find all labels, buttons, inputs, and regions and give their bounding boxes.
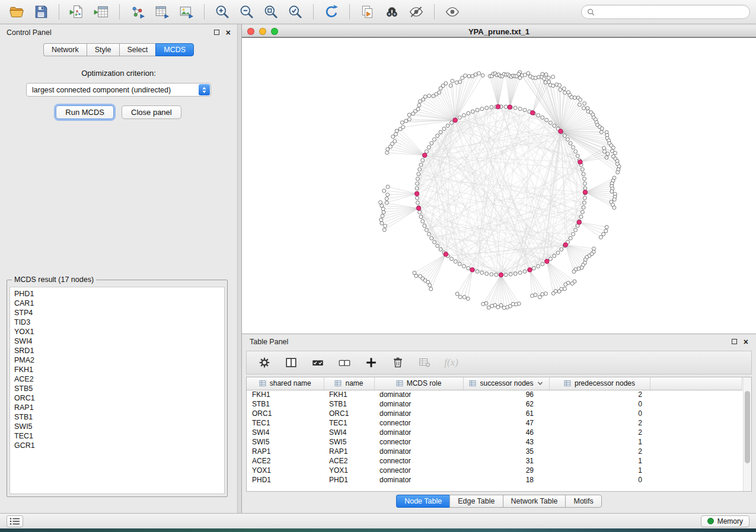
tab-style[interactable]: Style xyxy=(87,43,119,56)
table-row[interactable]: PHD1PHD1dominator180 xyxy=(247,475,742,485)
cell-shared-name[interactable]: ORC1 xyxy=(247,409,324,418)
cell-mcds-role[interactable]: dominator xyxy=(374,475,463,485)
cell-shared-name[interactable]: FKH1 xyxy=(247,390,324,399)
column-header-predecessor-nodes[interactable]: predecessor nodes xyxy=(549,377,650,390)
cell-mcds-role[interactable]: dominator xyxy=(374,409,463,418)
show-panel-icon[interactable] xyxy=(442,2,463,21)
cell-mcds-role[interactable]: connector xyxy=(374,456,463,466)
cell-name[interactable]: ACE2 xyxy=(324,456,374,466)
cell-successor-nodes[interactable]: 18 xyxy=(463,475,549,485)
memory-button[interactable]: Memory xyxy=(701,515,749,527)
cell-shared-name[interactable]: PHD1 xyxy=(247,475,324,485)
search-network-icon[interactable] xyxy=(381,2,403,21)
table-scrollbar[interactable] xyxy=(743,377,751,491)
refresh-layout-icon[interactable] xyxy=(321,2,342,21)
table-row[interactable]: STB1STB1dominator620 xyxy=(247,399,742,409)
import-table-file-icon[interactable] xyxy=(91,2,112,21)
column-header-shared-name[interactable]: shared name xyxy=(247,377,324,390)
mcds-result-item[interactable]: TEC1 xyxy=(14,431,220,441)
export-network-icon[interactable] xyxy=(127,2,148,21)
cell-successor-nodes[interactable]: 31 xyxy=(463,456,549,466)
mcds-result-item[interactable]: STP4 xyxy=(14,308,220,318)
mcds-result-item[interactable]: SWI4 xyxy=(14,336,220,346)
column-header-MCDS-role[interactable]: MCDS role xyxy=(374,377,463,390)
search-input[interactable] xyxy=(598,8,744,16)
clone-network-icon[interactable] xyxy=(357,2,378,21)
mcds-result-item[interactable]: GCR1 xyxy=(14,441,220,450)
table-row[interactable]: ACE2ACE2connector311 xyxy=(247,456,742,466)
cell-predecessor-nodes[interactable]: 1 xyxy=(549,466,650,475)
deselect-all-icon[interactable] xyxy=(336,354,353,371)
cell-mcds-role[interactable]: dominator xyxy=(374,399,463,409)
cell-mcds-role[interactable]: connector xyxy=(374,466,463,475)
cell-predecessor-nodes[interactable]: 0 xyxy=(549,475,650,485)
network-window-titlebar[interactable]: YPA_prune.txt_1 xyxy=(242,26,756,37)
cell-predecessor-nodes[interactable]: 2 xyxy=(549,447,650,456)
mcds-result-item[interactable]: STB5 xyxy=(14,384,220,393)
panel-splitter[interactable] xyxy=(237,24,242,513)
network-graph[interactable] xyxy=(242,38,756,334)
cell-successor-nodes[interactable]: 46 xyxy=(463,428,549,437)
select-all-icon[interactable] xyxy=(310,354,326,371)
search-box[interactable] xyxy=(581,5,750,19)
mcds-result-item[interactable]: TID3 xyxy=(14,318,220,327)
cell-successor-nodes[interactable]: 61 xyxy=(463,409,549,418)
mcds-result-item[interactable]: ORC1 xyxy=(14,393,220,403)
cell-shared-name[interactable]: STB1 xyxy=(247,399,324,409)
cell-successor-nodes[interactable]: 96 xyxy=(463,390,549,399)
tab-network[interactable]: Network xyxy=(43,43,87,56)
close-panel-icon[interactable]: × xyxy=(226,30,231,36)
cell-name[interactable]: STB1 xyxy=(324,399,374,409)
mcds-result-item[interactable]: SWI5 xyxy=(14,422,220,431)
column-header-name[interactable]: name xyxy=(324,377,374,390)
mcds-result-item[interactable]: YOX1 xyxy=(14,327,220,336)
tab-network-table[interactable]: Network Table xyxy=(503,495,566,508)
add-column-icon[interactable] xyxy=(363,354,379,371)
tab-node-table[interactable]: Node Table xyxy=(396,495,449,508)
cell-name[interactable]: TEC1 xyxy=(324,418,374,428)
export-table-icon[interactable] xyxy=(151,2,173,21)
float-panel-icon[interactable] xyxy=(214,30,219,35)
cell-name[interactable]: YOX1 xyxy=(324,466,374,475)
cell-shared-name[interactable]: SWI5 xyxy=(247,437,324,447)
delete-column-icon[interactable] xyxy=(390,354,406,371)
cell-successor-nodes[interactable]: 35 xyxy=(463,447,549,456)
table-row[interactable]: YOX1YOX1connector291 xyxy=(247,466,742,475)
cell-shared-name[interactable]: SWI4 xyxy=(247,428,324,437)
run-mcds-button[interactable]: Run MCDS xyxy=(56,105,114,119)
cell-successor-nodes[interactable]: 47 xyxy=(463,418,549,428)
table-scrollbar-thumb[interactable] xyxy=(745,391,750,463)
task-history-button[interactable] xyxy=(7,515,23,527)
tab-motifs[interactable]: Motifs xyxy=(565,495,601,508)
cell-mcds-role[interactable]: dominator xyxy=(374,390,463,399)
show-columns-icon[interactable] xyxy=(283,354,299,371)
cell-predecessor-nodes[interactable]: 1 xyxy=(549,437,650,447)
cell-mcds-role[interactable]: dominator xyxy=(374,447,463,456)
cell-predecessor-nodes[interactable]: 2 xyxy=(549,390,650,399)
table-mode-icon[interactable] xyxy=(256,354,273,371)
tab-mcds[interactable]: MCDS xyxy=(155,43,194,56)
save-session-icon[interactable] xyxy=(30,2,52,21)
zoom-fit-icon[interactable] xyxy=(260,2,282,21)
float-table-panel-icon[interactable] xyxy=(732,339,737,344)
mcds-result-item[interactable]: PHD1 xyxy=(14,289,220,299)
cell-mcds-role[interactable]: dominator xyxy=(374,428,463,437)
cell-shared-name[interactable]: ACE2 xyxy=(247,456,324,466)
zoom-out-icon[interactable] xyxy=(236,2,257,21)
column-header-successor-nodes[interactable]: successor nodes xyxy=(463,377,549,390)
cell-name[interactable]: SWI4 xyxy=(324,428,374,437)
cell-shared-name[interactable]: RAP1 xyxy=(247,447,324,456)
table-row[interactable]: SWI4SWI4dominator462 xyxy=(247,428,742,437)
cell-name[interactable]: SWI5 xyxy=(324,437,374,447)
table-row[interactable]: RAP1RAP1dominator352 xyxy=(247,447,742,456)
mcds-result-item[interactable]: CAR1 xyxy=(14,299,220,308)
mcds-result-item[interactable]: RAP1 xyxy=(14,403,220,412)
cell-shared-name[interactable]: TEC1 xyxy=(247,418,324,428)
mcds-result-item[interactable]: FKH1 xyxy=(14,365,220,374)
mcds-result-item[interactable]: ACE2 xyxy=(14,374,220,384)
cell-predecessor-nodes[interactable]: 0 xyxy=(549,399,650,409)
export-image-icon[interactable] xyxy=(176,2,197,21)
cell-shared-name[interactable]: YOX1 xyxy=(247,466,324,475)
criterion-dropdown[interactable]: largest connected component (undirected) xyxy=(26,83,211,97)
cell-mcds-role[interactable]: connector xyxy=(374,437,463,447)
